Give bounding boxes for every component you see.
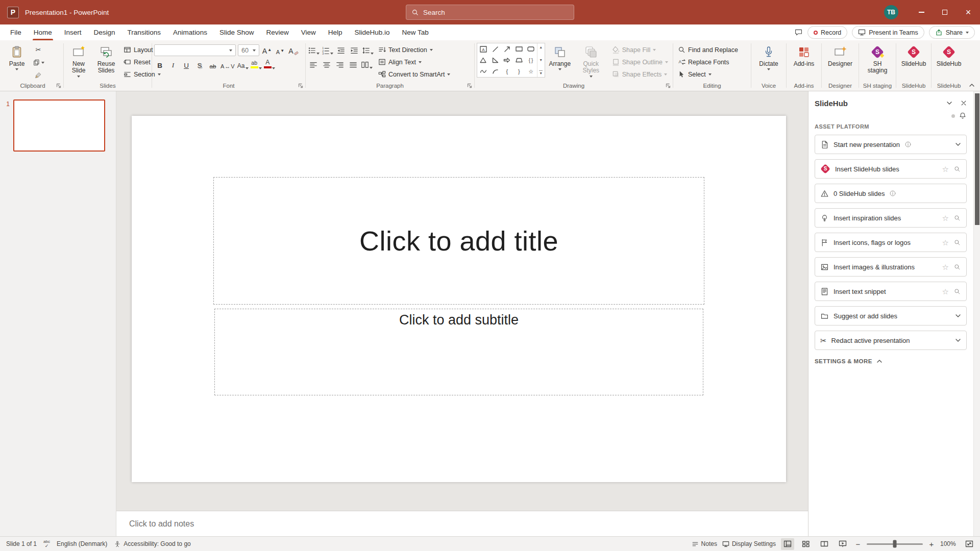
font-name-combo[interactable] <box>154 44 236 56</box>
sh-staging-button[interactable]: S SH staging <box>861 43 894 81</box>
favorite-star-icon[interactable]: ☆ <box>942 214 949 222</box>
text-highlight-button[interactable]: ab <box>251 59 262 70</box>
zoom-slider-thumb[interactable] <box>893 540 897 548</box>
increase-font-size-button[interactable]: A▲ <box>261 45 273 56</box>
shape-braces-icon[interactable]: { } <box>525 55 536 66</box>
paragraph-dialog-launcher[interactable] <box>467 83 473 89</box>
scroll-up-icon[interactable]: ▲ <box>539 45 543 49</box>
shape-right-triangle-icon[interactable] <box>489 55 501 66</box>
tab-transitions[interactable]: Transitions <box>121 24 167 40</box>
decrease-indent-button[interactable] <box>335 44 347 56</box>
tab-review[interactable]: Review <box>260 24 295 40</box>
convert-to-smartart-button[interactable]: Convert to SmartArt <box>376 68 453 80</box>
search-icon[interactable] <box>953 288 961 295</box>
font-dialog-launcher[interactable] <box>298 83 304 89</box>
favorite-star-icon[interactable]: ☆ <box>942 165 949 173</box>
tab-new-tab[interactable]: New Tab <box>396 24 435 40</box>
display-settings-button[interactable]: Display Settings <box>722 540 776 547</box>
slide-thumbnail[interactable] <box>13 99 105 152</box>
chevron-down-icon[interactable] <box>955 142 961 146</box>
reuse-slides-button[interactable]: Reuse Slides <box>93 43 119 81</box>
search-icon[interactable] <box>953 165 961 173</box>
search-box[interactable] <box>406 5 574 20</box>
align-text-button[interactable]: Align Text <box>376 56 453 68</box>
text-shadow-button[interactable]: S <box>194 59 205 70</box>
shape-block-arrow-icon[interactable] <box>501 55 513 66</box>
search-icon[interactable] <box>953 239 961 246</box>
sidebar-item-slidehub-slides-count[interactable]: 0 SlideHub slides <box>815 184 967 203</box>
zoom-out-button[interactable]: − <box>854 540 862 548</box>
fit-slide-to-window-button[interactable] <box>963 538 976 550</box>
collapse-ribbon-button[interactable] <box>969 83 975 88</box>
shape-star-icon[interactable]: ☆ <box>525 66 536 77</box>
slideshow-view-button[interactable] <box>836 538 849 550</box>
present-in-teams-button[interactable]: Present in Teams <box>852 26 924 39</box>
align-center-button[interactable] <box>321 59 332 70</box>
sidebar-item-insert-slidehub-slides[interactable]: S Insert SlideHub slides ☆ <box>815 159 967 179</box>
sidebar-item-start-new-presentation[interactable]: Start new presentation <box>815 135 967 154</box>
search-icon[interactable] <box>953 263 961 271</box>
underline-button[interactable]: U <box>181 59 192 70</box>
accessibility-status[interactable]: Accessibility: Good to go <box>114 540 190 548</box>
shape-arrow-icon[interactable] <box>501 43 513 55</box>
slide[interactable]: Click to add title Click to add subtitle <box>132 116 786 482</box>
sidebar-item-redact-active-presentation[interactable]: ✂ Redact active presentation <box>815 331 967 350</box>
slide-sorter-view-button[interactable] <box>799 538 813 550</box>
shape-left-brace-icon[interactable]: { <box>501 66 513 77</box>
minimize-button[interactable] <box>910 0 933 24</box>
chevron-down-icon[interactable] <box>955 338 961 342</box>
clear-formatting-button[interactable]: A <box>288 45 299 56</box>
zoom-slider[interactable] <box>867 543 923 545</box>
bell-icon[interactable] <box>959 112 967 120</box>
title-placeholder[interactable]: Click to add title <box>213 177 704 305</box>
align-left-button[interactable] <box>308 59 319 70</box>
shape-rectangle-icon[interactable] <box>513 43 525 55</box>
format-painter-button[interactable] <box>32 70 45 81</box>
numbering-button[interactable]: 123 <box>322 44 333 56</box>
shape-triangle-icon[interactable] <box>477 55 489 66</box>
share-button[interactable]: Share <box>929 26 975 39</box>
record-button[interactable]: Record <box>807 26 847 39</box>
sidebar-item-insert-icons-flags-logos[interactable]: Insert icons, flags or logos ☆ <box>815 233 967 252</box>
shape-scribble-icon[interactable] <box>477 66 489 77</box>
scroll-down-icon[interactable]: ▼ <box>539 58 543 62</box>
bullets-button[interactable] <box>308 44 320 56</box>
font-color-button[interactable]: A <box>264 59 275 70</box>
subtitle-placeholder[interactable]: Click to add subtitle <box>214 309 703 395</box>
favorite-star-icon[interactable]: ☆ <box>942 288 949 295</box>
slidehub-button-2[interactable]: S SlideHub <box>935 43 964 81</box>
normal-view-button[interactable] <box>781 538 794 550</box>
comments-button[interactable] <box>794 28 803 37</box>
font-size-combo[interactable]: 60 <box>238 44 259 56</box>
shape-fill-button[interactable]: Shape Fill <box>609 44 671 56</box>
new-slide-button[interactable]: New Slide <box>66 43 91 81</box>
slide-indicator[interactable]: Slide 1 of 1 <box>6 540 37 547</box>
avatar[interactable]: TB <box>884 5 898 19</box>
clipboard-dialog-launcher[interactable] <box>56 83 62 89</box>
strikethrough-button[interactable]: ab <box>207 59 218 70</box>
tab-insert[interactable]: Insert <box>58 24 88 40</box>
slidehub-button-1[interactable]: S SlideHub <box>899 43 928 81</box>
spellcheck-button[interactable]: abc ✓ <box>43 540 50 548</box>
tab-design[interactable]: Design <box>88 24 121 40</box>
sidebar-item-insert-images-illustrations[interactable]: Insert images & illustrations ☆ <box>815 257 967 277</box>
align-right-button[interactable] <box>334 59 346 70</box>
language-indicator[interactable]: English (Denmark) <box>57 540 107 547</box>
tab-file[interactable]: File <box>4 24 28 40</box>
shapes-gallery-scroll[interactable]: ▲ ▼ ▼ <box>537 43 545 77</box>
cut-button[interactable]: ✂ <box>32 44 45 55</box>
shape-line-icon[interactable] <box>489 43 501 55</box>
addins-button[interactable]: Add-ins <box>791 43 817 81</box>
quick-styles-button[interactable]: Quick Styles <box>575 43 607 81</box>
zoom-level[interactable]: 100% <box>940 540 958 547</box>
notes-pane[interactable]: Click to add notes <box>116 511 808 536</box>
shapes-gallery[interactable]: A { } { } ☆ <box>477 43 545 78</box>
shape-flowchart-icon[interactable] <box>513 55 525 66</box>
shape-right-brace-icon[interactable]: } <box>513 66 525 77</box>
shape-rounded-rectangle-icon[interactable] <box>525 43 536 55</box>
shape-outline-button[interactable]: Shape Outline <box>609 56 671 68</box>
text-direction-button[interactable]: Text Direction <box>376 44 453 56</box>
search-input[interactable] <box>423 9 569 16</box>
search-icon[interactable] <box>953 214 961 222</box>
zoom-in-button[interactable]: + <box>928 540 935 548</box>
